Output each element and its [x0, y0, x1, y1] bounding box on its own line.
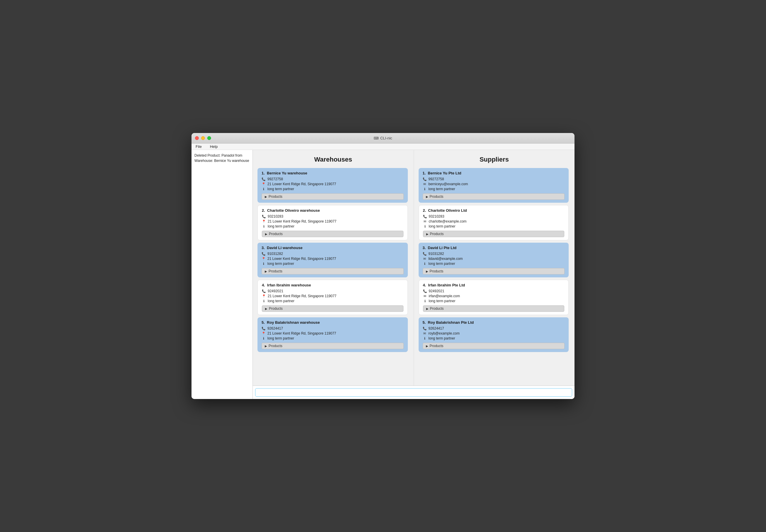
menu-file[interactable]: File: [194, 144, 204, 149]
info-icon: ℹ: [262, 262, 266, 266]
location-icon: 📍: [262, 257, 266, 261]
warehouse-products-button[interactable]: ▶ Products: [262, 193, 404, 200]
command-input[interactable]: [255, 388, 572, 397]
warehouses-panel: Warehouses 1. Bernice Yu warehouse 📞 992…: [253, 150, 414, 386]
warehouse-info: ℹ long term partner: [262, 299, 403, 303]
info-icon: ℹ: [423, 262, 427, 266]
phone-icon: 📞: [262, 177, 266, 181]
bottom-bar: [253, 386, 574, 399]
arrow-icon: ▶: [265, 232, 268, 236]
supplier-phone: 📞 91031282: [423, 252, 565, 256]
suppliers-list[interactable]: 1. Bernice Yu Pte Ltd 📞 99272758 ✉ berni…: [419, 168, 570, 383]
arrow-icon: ▶: [426, 232, 428, 236]
email-icon: ✉: [423, 220, 427, 223]
warehouse-card: 2. Charlotte Oliveiro warehouse 📞 932102…: [258, 205, 408, 240]
minimize-button[interactable]: [201, 136, 205, 140]
content-area: Warehouses 1. Bernice Yu warehouse 📞 992…: [253, 150, 574, 399]
close-button[interactable]: [195, 136, 199, 140]
info-icon: ℹ: [423, 299, 427, 303]
supplier-email: ✉ royb@example.com: [423, 331, 565, 335]
supplier-email: ✉ irfan@example.com: [423, 294, 564, 298]
supplier-email: ✉ berniceyu@example.com: [423, 182, 565, 186]
supplier-name: 5. Roy Balakrishnan Pte Ltd: [423, 320, 565, 325]
supplier-card: 4. Irfan Ibrahim Pte Ltd 📞 92492021 ✉ ir…: [419, 280, 569, 315]
arrow-icon: ▶: [426, 195, 428, 198]
supplier-card: 1. Bernice Yu Pte Ltd 📞 99272758 ✉ berni…: [419, 168, 569, 203]
warehouse-products-button[interactable]: ▶ Products: [262, 231, 403, 237]
info-icon: ℹ: [262, 299, 266, 303]
supplier-info: ℹ long term partner: [423, 262, 565, 266]
phone-icon: 📞: [423, 215, 427, 218]
info-icon: ℹ: [423, 225, 427, 228]
supplier-products-button[interactable]: ▶ Products: [423, 343, 565, 349]
menu-help[interactable]: Help: [208, 144, 220, 149]
traffic-lights: [195, 136, 211, 140]
warehouse-phone: 📞 92492021: [262, 289, 403, 293]
supplier-products-button[interactable]: ▶ Products: [423, 193, 565, 200]
phone-icon: 📞: [262, 327, 266, 330]
arrow-icon: ▶: [265, 344, 267, 348]
warehouse-name: 1. Bernice Yu warehouse: [262, 171, 404, 175]
info-icon: ℹ: [423, 337, 427, 340]
arrow-icon: ▶: [426, 270, 428, 273]
supplier-products-button[interactable]: ▶ Products: [423, 231, 564, 237]
supplier-name: 4. Irfan Ibrahim Pte Ltd: [423, 283, 564, 287]
supplier-info: ℹ long term partner: [423, 187, 565, 191]
supplier-card: 5. Roy Balakrishnan Pte Ltd 📞 92624417 ✉…: [419, 317, 569, 352]
supplier-info: ℹ long term partner: [423, 336, 565, 340]
sidebar: Deleted Product: Panadol from Warehouse:…: [192, 150, 253, 399]
email-icon: ✉: [423, 257, 427, 261]
phone-icon: 📞: [262, 215, 266, 218]
location-icon: 📍: [262, 332, 266, 335]
supplier-phone: 📞 92492021: [423, 289, 564, 293]
location-icon: 📍: [262, 182, 266, 186]
supplier-products-button[interactable]: ▶ Products: [423, 268, 565, 274]
warehouse-card: 4. Irfan Ibrahim warehouse 📞 92492021 📍 …: [258, 280, 408, 315]
phone-icon: 📞: [423, 289, 427, 293]
supplier-info: ℹ long term partner: [423, 299, 564, 303]
supplier-email: ✉ charlotte@example.com: [423, 219, 564, 223]
phone-icon: 📞: [262, 289, 266, 293]
warehouse-name: 2. Charlotte Oliveiro warehouse: [262, 208, 403, 213]
supplier-name: 1. Bernice Yu Pte Ltd: [423, 171, 565, 175]
supplier-phone: 📞 93210283: [423, 214, 564, 218]
location-icon: 📍: [262, 220, 266, 223]
info-icon: ℹ: [423, 187, 427, 191]
phone-icon: 📞: [423, 327, 427, 330]
maximize-button[interactable]: [207, 136, 211, 140]
warehouse-card: 3. David Li warehouse 📞 91031282 📍 21 Lo…: [258, 243, 408, 277]
warehouse-address: 📍 21 Lower Kent Ridge Rd, Singapore 1190…: [262, 257, 404, 261]
warehouses-list[interactable]: 1. Bernice Yu warehouse 📞 99272758 📍 21 …: [258, 168, 409, 383]
supplier-email: ✉ lidavid@example.com: [423, 257, 565, 261]
warehouse-info: ℹ long term partner: [262, 336, 404, 340]
email-icon: ✉: [423, 294, 427, 298]
supplier-info: ℹ long term partner: [423, 224, 564, 228]
supplier-products-button[interactable]: ▶ Products: [423, 305, 564, 312]
warehouse-name: 4. Irfan Ibrahim warehouse: [262, 283, 403, 287]
warehouse-info: ℹ long term partner: [262, 187, 404, 191]
warehouse-products-button[interactable]: ▶ Products: [262, 268, 404, 274]
warehouse-products-button[interactable]: ▶ Products: [262, 343, 404, 349]
email-icon: ✉: [423, 332, 427, 335]
phone-icon: 📞: [423, 177, 427, 181]
menu-bar: File Help: [192, 143, 574, 150]
phone-icon: 📞: [262, 252, 266, 256]
main-content: Deleted Product: Panadol from Warehouse:…: [192, 150, 574, 399]
suppliers-title: Suppliers: [419, 156, 570, 163]
warehouse-phone: 📞 93210283: [262, 214, 403, 218]
warehouse-name: 3. David Li warehouse: [262, 246, 404, 250]
arrow-icon: ▶: [426, 307, 428, 310]
warehouse-products-button[interactable]: ▶ Products: [262, 305, 403, 312]
location-icon: 📍: [262, 294, 266, 298]
arrow-icon: ▶: [265, 307, 268, 310]
warehouse-card: 1. Bernice Yu warehouse 📞 99272758 📍 21 …: [258, 168, 408, 203]
warehouses-title: Warehouses: [258, 156, 409, 163]
warehouse-address: 📍 21 Lower Kent Ridge Rd, Singapore 1190…: [262, 331, 404, 335]
email-icon: ✉: [423, 182, 427, 186]
sidebar-message: Deleted Product: Panadol from Warehouse:…: [195, 153, 250, 163]
info-icon: ℹ: [262, 337, 266, 340]
warehouse-phone: 📞 99272758: [262, 177, 404, 181]
warehouse-card: 5. Roy Balakrishnan warehouse 📞 92624417…: [258, 317, 408, 352]
supplier-phone: 📞 99272758: [423, 177, 565, 181]
window-title: ⌨ CLI-nic: [374, 136, 392, 140]
